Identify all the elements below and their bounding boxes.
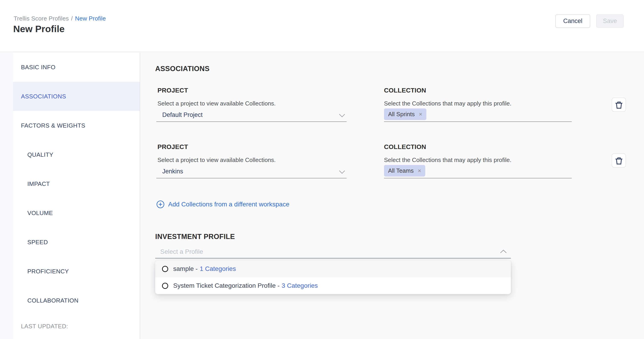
radio-button[interactable]: [162, 266, 168, 272]
sidebar-item-quality[interactable]: QUALITY: [13, 140, 140, 169]
profile-option-categories-link[interactable]: 3 Categories: [282, 282, 318, 289]
chevron-up-icon: [500, 250, 507, 254]
investment-profile-placeholder: Select a Profile: [160, 248, 203, 256]
collection-helper-2: Select the Collections that may apply th…: [384, 156, 511, 164]
save-button[interactable]: Save: [596, 14, 624, 28]
collection-chip-label: All Sprints: [388, 111, 415, 118]
breadcrumb: Trellis Score Profiles/New Profile: [14, 15, 106, 22]
trash-icon: [615, 100, 623, 109]
main-content: ASSOCIATIONS PROJECT Select a project to…: [140, 53, 644, 339]
add-collections-link[interactable]: Add Collections from a different workspa…: [156, 200, 290, 208]
cancel-button[interactable]: Cancel: [555, 14, 590, 28]
sidebar-item-impact[interactable]: IMPACT: [13, 169, 140, 198]
profile-option-sample[interactable]: sample -1 Categories: [155, 260, 511, 277]
chevron-down-icon: [339, 114, 345, 118]
sidebar-item-factors-weights[interactable]: FACTORS & WEIGHTS: [13, 111, 140, 140]
profile-option-system-ticket-categorization[interactable]: System Ticket Categorization Profile -3 …: [155, 277, 511, 294]
project-select-2[interactable]: Jenkins: [156, 166, 346, 178]
project-label-2: PROJECT: [158, 143, 188, 150]
sidebar-item-collaboration[interactable]: COLLABORATION: [13, 286, 140, 315]
breadcrumb-new-profile[interactable]: New Profile: [75, 15, 106, 22]
investment-profile-section-title: INVESTMENT PROFILE: [155, 232, 235, 241]
delete-association-button-2[interactable]: [612, 153, 626, 168]
collection-chip-all-teams[interactable]: All Teams ×: [384, 165, 425, 176]
project-helper-2: Select a project to view available Colle…: [158, 156, 276, 164]
breadcrumb-separator: /: [71, 15, 73, 22]
collection-chip-all-sprints[interactable]: All Sprints ×: [384, 108, 426, 120]
collection-label-2: COLLECTION: [384, 143, 426, 150]
investment-profile-dropdown: sample -1 Categories System Ticket Categ…: [155, 260, 511, 294]
sidebar-item-basic-info[interactable]: BASIC INFO: [13, 53, 140, 82]
sidebar: BASIC INFO ASSOCIATIONS FACTORS & WEIGHT…: [13, 53, 140, 339]
sidebar-item-volume[interactable]: VOLUME: [13, 198, 140, 228]
project-select-1[interactable]: Default Project: [156, 109, 346, 122]
last-updated-label: LAST UPDATED:: [21, 323, 68, 330]
sidebar-item-associations[interactable]: ASSOCIATIONS: [13, 82, 140, 111]
new-profile-page: Trellis Score Profiles/New Profile New P…: [0, 0, 644, 339]
breadcrumb-trellis-score-profiles[interactable]: Trellis Score Profiles: [14, 15, 69, 22]
collection-select-1[interactable]: All Sprints ×: [384, 108, 572, 122]
investment-profile-select[interactable]: Select a Profile: [155, 246, 511, 258]
collection-chip-label: All Teams: [388, 167, 414, 174]
collection-helper-1: Select the Collections that may apply th…: [384, 100, 511, 107]
close-icon[interactable]: ×: [418, 167, 421, 174]
plus-circle-icon: [156, 200, 164, 208]
chevron-down-icon: [339, 170, 345, 174]
associations-section-title: ASSOCIATIONS: [155, 65, 210, 73]
close-icon[interactable]: ×: [419, 111, 422, 118]
project-select-2-value: Jenkins: [162, 168, 183, 175]
page-title: New Profile: [13, 24, 64, 34]
project-label-1: PROJECT: [158, 87, 188, 94]
profile-option-name: sample -: [173, 265, 198, 272]
profile-option-categories-link[interactable]: 1 Categories: [200, 265, 236, 272]
page-header: Trellis Score Profiles/New Profile New P…: [0, 0, 644, 52]
collection-label-1: COLLECTION: [384, 87, 426, 94]
sidebar-item-speed[interactable]: SPEED: [13, 228, 140, 257]
left-gutter: [0, 53, 13, 339]
add-collections-link-text: Add Collections from a different workspa…: [168, 201, 290, 208]
collection-select-2[interactable]: All Teams ×: [384, 165, 572, 178]
sidebar-item-proficiency[interactable]: PROFICIENCY: [13, 257, 140, 286]
project-select-1-value: Default Project: [162, 112, 202, 118]
project-helper-1: Select a project to view available Colle…: [158, 100, 276, 107]
delete-association-button-1[interactable]: [612, 98, 626, 112]
trash-icon: [615, 156, 623, 165]
radio-button[interactable]: [162, 283, 168, 289]
profile-option-name: System Ticket Categorization Profile -: [173, 282, 280, 289]
